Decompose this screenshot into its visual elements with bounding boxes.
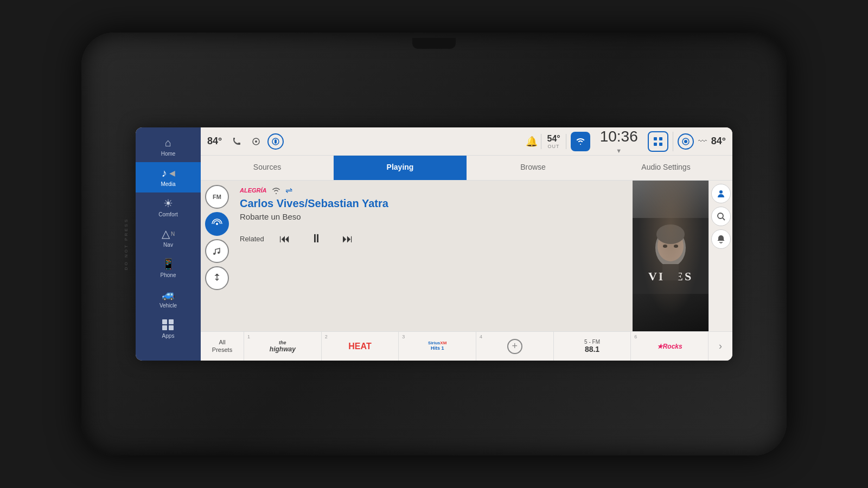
comfort-icon: ☀: [163, 198, 173, 209]
presets-bar: All Presets 1 thehighway 2 HEAT 3 Sirius…: [201, 331, 732, 361]
status-right: 〰 84°: [673, 132, 726, 151]
svg-line-23: [723, 218, 725, 220]
station-info: ALEGRÍA ⇌: [240, 185, 626, 195]
signal-icon: [271, 187, 281, 194]
station-logo: ALEGRÍA: [240, 187, 267, 194]
home-icon: ⌂: [165, 137, 171, 148]
song-artist: Carlos Vives/Sebastian Yatra: [240, 197, 626, 210]
album-art: VIVES: [633, 181, 709, 331]
tab-browse[interactable]: Browse: [467, 156, 599, 180]
screen: ⌂ Home ♪ ◀ Media ☀ Comfort △ N Nav: [136, 127, 732, 361]
person-action-button[interactable]: [711, 184, 731, 203]
music-icon: ♪: [162, 168, 167, 178]
wifi-button[interactable]: [571, 132, 590, 151]
sidebar-item-home[interactable]: ⌂ Home: [136, 132, 201, 162]
nav-tabs: Sources Playing Browse Audio Settings: [201, 156, 732, 181]
usb-button[interactable]: [205, 266, 229, 290]
sidebar-item-phone[interactable]: 📱 Phone: [136, 253, 201, 284]
phone-icon: 📱: [162, 259, 175, 269]
temp-outside: 54° OUT: [541, 134, 566, 149]
clock-area: 10:36 ▼: [600, 128, 638, 155]
svg-rect-5: [654, 143, 657, 146]
phone-status-icon[interactable]: [228, 133, 245, 150]
source-buttons: FM: [201, 181, 233, 331]
svg-point-10: [213, 253, 215, 255]
vehicle-icon: 🚙: [162, 289, 175, 300]
do-not-press-label: DO NOT PRESS: [124, 218, 129, 270]
preset-next-button[interactable]: ›: [709, 341, 732, 352]
sidebar-item-nav[interactable]: △ N Nav: [136, 223, 201, 253]
bell-icon[interactable]: 🔔: [526, 136, 538, 147]
temp-left: 84°: [207, 136, 222, 147]
sidebar-item-media[interactable]: ♪ ◀ Media: [136, 162, 201, 192]
music-notes-button[interactable]: [205, 239, 229, 263]
svg-point-21: [719, 190, 723, 194]
radio-status-icon[interactable]: [678, 133, 694, 150]
bell-action-button[interactable]: [711, 229, 731, 249]
car-bezel: DO NOT PRESS ⌂ Home ♪ ◀ Media ☀ Comfort: [81, 33, 787, 455]
playing-area: FM: [201, 181, 732, 331]
preset-5[interactable]: 5 - FM 88.1: [554, 332, 631, 361]
audio-icon[interactable]: [267, 133, 284, 150]
sidebar: ⌂ Home ♪ ◀ Media ☀ Comfort △ N Nav: [136, 127, 201, 361]
sidebar-item-comfort[interactable]: ☀ Comfort: [136, 192, 201, 223]
svg-rect-3: [654, 137, 657, 140]
tab-playing[interactable]: Playing: [334, 156, 467, 180]
preset-6[interactable]: 6 ★Rocks: [631, 332, 709, 361]
fan-icon: 〰: [698, 137, 707, 146]
svg-point-22: [718, 213, 723, 219]
all-presets-button[interactable]: All Presets: [201, 332, 244, 361]
temp-right: 84°: [711, 136, 726, 147]
tab-audio-settings[interactable]: Audio Settings: [599, 156, 732, 180]
add-preset-button[interactable]: +: [507, 339, 522, 354]
preset-4[interactable]: 4 +: [476, 332, 554, 361]
next-button[interactable]: ⏭: [338, 229, 358, 248]
preset-3[interactable]: 3 SiriusXM Hits 1: [399, 332, 476, 361]
shuffle-icon: ⇌: [285, 185, 292, 195]
song-title: Robarte un Beso: [240, 212, 626, 221]
svg-point-8: [684, 140, 687, 143]
related-button[interactable]: Related: [240, 235, 264, 243]
prev-button[interactable]: ⏮: [275, 229, 295, 248]
svg-point-11: [218, 252, 220, 254]
grid-button[interactable]: [648, 131, 668, 152]
svg-point-9: [216, 223, 218, 225]
preset-2[interactable]: 2 HEAT: [322, 332, 399, 361]
tab-sources[interactable]: Sources: [201, 156, 334, 180]
stream-source-button[interactable]: [205, 212, 229, 236]
search-action-button[interactable]: [711, 207, 731, 226]
pause-button[interactable]: ⏸: [305, 228, 327, 249]
fm-source-button[interactable]: FM: [205, 185, 229, 209]
playing-info: ALEGRÍA ⇌ Carlos Vives/Sebastian Yatra R…: [233, 181, 633, 331]
sidebar-item-apps[interactable]: Apps: [136, 314, 201, 344]
svg-rect-12: [216, 274, 218, 275]
settings-status-icon[interactable]: [248, 133, 264, 150]
svg-rect-6: [659, 143, 662, 146]
main-content: 84°: [201, 127, 732, 361]
svg-point-1: [255, 140, 257, 143]
playback-controls: Related ⏮ ⏸ ⏭: [240, 228, 626, 249]
status-icons: [228, 133, 521, 150]
svg-rect-4: [659, 137, 662, 140]
preset-1[interactable]: 1 thehighway: [244, 332, 322, 361]
status-bar: 84°: [201, 127, 732, 156]
nav-icon: △: [162, 228, 170, 239]
right-action-bar: [709, 181, 732, 331]
sidebar-item-vehicle[interactable]: 🚙 Vehicle: [136, 284, 201, 314]
